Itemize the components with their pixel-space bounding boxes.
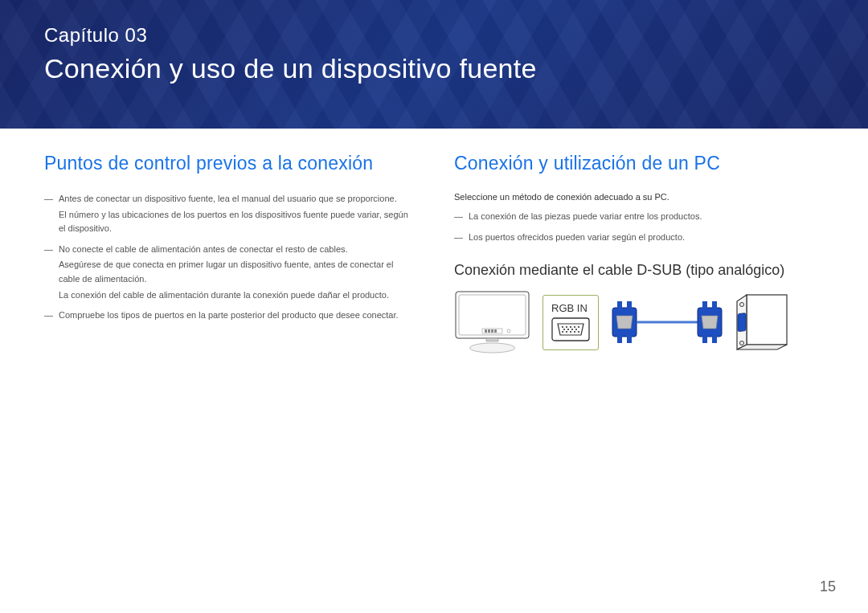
svg-point-13 (570, 326, 571, 328)
svg-rect-4 (488, 329, 490, 333)
left-column: Puntos de control previos a la conexión … (44, 153, 414, 354)
svg-point-24 (578, 331, 579, 333)
item-sub: El número y las ubicaciones de los puert… (59, 208, 414, 236)
list-item: Compruebe los tipos de puertos en la par… (44, 309, 414, 323)
svg-rect-39 (738, 313, 746, 332)
svg-point-18 (571, 329, 573, 330)
svg-rect-27 (627, 301, 632, 309)
svg-point-20 (562, 331, 563, 333)
item-main: Antes de conectar un dispositivo fuente,… (59, 194, 397, 203)
page-content: Puntos de control previos a la conexión … (0, 129, 868, 354)
precheck-list: Antes de conectar un dispositivo fuente,… (44, 192, 414, 323)
list-item: No conecte el cable de alimentación ante… (44, 243, 414, 302)
svg-rect-35 (712, 335, 717, 343)
vga-cable-icon (611, 298, 723, 346)
right-notes: La conexión de las piezas puede variar e… (454, 210, 824, 244)
connection-diagram: RGB IN (454, 290, 824, 354)
svg-point-17 (567, 329, 569, 330)
note-text: La conexión de las piezas puede variar e… (469, 211, 702, 221)
item-sub: Asegúrese de que conecta en primer lugar… (59, 258, 414, 286)
item-extra: La conexión del cable de alimentación du… (59, 288, 414, 303)
svg-rect-29 (627, 335, 632, 343)
chapter-number: Capítulo 03 (44, 24, 824, 47)
svg-rect-8 (486, 338, 498, 341)
left-section-heading: Puntos de control previos a la conexión (44, 153, 414, 174)
svg-rect-28 (617, 335, 622, 343)
svg-point-14 (574, 326, 575, 328)
rgb-port-box: RGB IN (542, 295, 599, 350)
svg-point-9 (470, 343, 515, 353)
svg-point-16 (563, 329, 565, 330)
svg-rect-3 (485, 329, 487, 333)
list-item: Los puertos ofrecidos pueden variar segú… (454, 231, 824, 245)
svg-rect-34 (702, 335, 707, 343)
svg-point-22 (570, 331, 571, 333)
svg-rect-33 (712, 301, 717, 309)
svg-rect-32 (702, 301, 707, 309)
item-main: No conecte el cable de alimentación ante… (59, 244, 348, 254)
chapter-title: Conexión y uso de un dispositivo fuente (44, 53, 824, 84)
svg-rect-6 (494, 329, 497, 333)
pc-box-icon (735, 293, 788, 351)
vga-port-icon (551, 317, 590, 341)
right-section-heading: Conexión y utilización de un PC (454, 153, 824, 174)
dsub-subheading: Conexión mediante el cable D-SUB (tipo a… (454, 262, 824, 279)
svg-rect-10 (552, 318, 589, 341)
list-item: La conexión de las piezas puede variar e… (454, 210, 824, 224)
rgb-in-label: RGB IN (551, 302, 588, 314)
intro-text: Seleccione un método de conexión adecuad… (454, 192, 824, 202)
list-item: Antes de conectar un dispositivo fuente,… (44, 192, 414, 236)
note-text: Los puertos ofrecidos pueden variar segú… (469, 232, 685, 242)
svg-point-11 (562, 326, 563, 328)
svg-rect-5 (491, 329, 493, 333)
svg-point-23 (574, 331, 575, 333)
svg-point-15 (578, 326, 579, 328)
svg-rect-26 (617, 301, 622, 309)
monitor-icon (454, 290, 530, 354)
svg-point-21 (566, 331, 567, 333)
svg-point-19 (575, 329, 577, 330)
item-main: Compruebe los tipos de puertos en la par… (59, 310, 399, 320)
svg-rect-36 (747, 295, 787, 345)
chapter-header: Capítulo 03 Conexión y uso de un disposi… (0, 0, 868, 129)
page-number: 15 (820, 578, 836, 595)
svg-point-12 (566, 326, 567, 328)
right-column: Conexión y utilización de un PC Seleccio… (454, 153, 824, 354)
